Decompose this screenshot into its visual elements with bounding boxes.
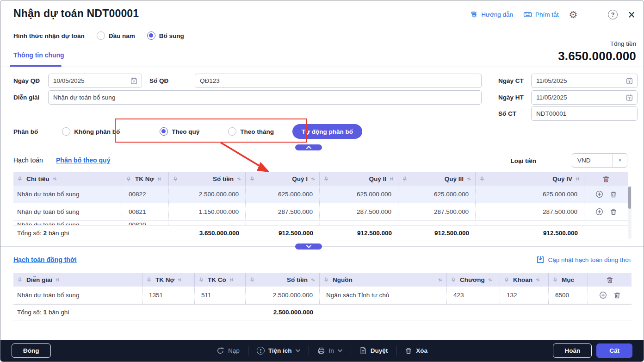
section-divider (0, 246, 644, 247)
pin-icon[interactable] (249, 176, 255, 182)
radio-khong-phan-bo[interactable]: Không phân bổ (62, 127, 120, 136)
sort-icon[interactable] (177, 277, 182, 282)
delete-row-icon[interactable] (613, 292, 621, 299)
col-header-dien-giai[interactable]: Diễn giải (13, 273, 142, 287)
sort-icon[interactable] (55, 277, 60, 282)
utilities-button[interactable]: ⋮ Tiện ích (257, 347, 300, 355)
title-bar: Nhận dự toán NDT00001 Hướng dẫn Phím tắt… (0, 0, 644, 27)
so-qd-input[interactable] (195, 74, 482, 88)
delete-all-icon[interactable] (602, 175, 610, 183)
collapse-down-pill[interactable] (295, 243, 322, 250)
pin-icon[interactable] (17, 176, 23, 182)
col-header-tk-no[interactable]: TK Nợ (142, 273, 195, 287)
simultaneous-accounting-link[interactable]: Hạch toán đồng thời (13, 256, 77, 263)
print-button[interactable]: In (317, 347, 342, 355)
pin-icon[interactable] (173, 176, 178, 182)
accounting-table-header: Chi tiêu TK Nợ Số tiền Quý I Quý II Quý … (13, 172, 628, 186)
add-row-icon[interactable] (595, 190, 603, 198)
radio-dau-nam[interactable]: Đầu năm (97, 31, 135, 40)
update-simultaneous-link[interactable]: Cập nhật hạch toán đồng thời (536, 256, 631, 264)
pin-icon[interactable] (126, 176, 131, 182)
bottom-toolbar: Đóng Nạp ⋮ Tiện ích In Duyệt (0, 340, 644, 362)
radio-theo-quy[interactable]: Theo quý (160, 127, 199, 136)
sort-icon[interactable] (157, 176, 162, 181)
reload-button[interactable]: Nạp (217, 347, 240, 355)
close-button[interactable]: Đóng (12, 343, 51, 358)
col-header-tk-no[interactable]: TK Nợ (122, 172, 169, 186)
sort-icon[interactable] (575, 176, 580, 181)
table-row[interactable]: Nhận dự toán bổ sung 1351 511 2.500.000.… (13, 287, 632, 304)
col-header-so-tien[interactable]: Số tiền (246, 273, 320, 287)
scrollbar-thumb[interactable] (628, 187, 631, 209)
ngay-ht-input[interactable] (531, 90, 638, 105)
help-icon[interactable]: ? (608, 10, 618, 19)
sort-icon[interactable] (438, 277, 443, 282)
delete-row-icon[interactable] (610, 191, 617, 198)
col-header-quy-2[interactable]: Quý II (320, 172, 398, 186)
sort-icon[interactable] (488, 277, 493, 282)
table-row[interactable]: Nhận dự toán bổ sung 00821 1.150.000.000… (13, 203, 628, 221)
pin-icon[interactable] (451, 277, 456, 283)
col-header-tk-co[interactable]: TK Có (195, 273, 246, 287)
col-header-chi-tieu[interactable]: Chi tiêu (13, 172, 122, 186)
so-ct-input[interactable] (531, 106, 638, 121)
col-header-delete-all[interactable] (588, 273, 632, 287)
sort-icon[interactable] (535, 277, 540, 282)
ngay-ct-input[interactable] (531, 74, 638, 88)
table-row-clipped[interactable]: Nhận dự toán bổ sung 00820 (13, 221, 628, 225)
pin-icon[interactable] (504, 277, 509, 283)
sort-icon[interactable] (310, 176, 316, 181)
delete-button[interactable]: Xóa (405, 347, 427, 355)
save-button[interactable]: Cất (596, 343, 632, 358)
col-header-chuong[interactable]: Chương (447, 273, 500, 287)
col-header-muc[interactable]: Mục (549, 273, 588, 287)
pin-icon[interactable] (198, 277, 204, 283)
chevron-down-icon (338, 349, 342, 352)
table-row[interactable]: Nhận dự toán bổ sung 00822 2.500.000.000… (13, 186, 628, 203)
col-header-quy-4[interactable]: Quý IV (476, 172, 584, 186)
postpone-button[interactable]: Hoãn (553, 343, 592, 358)
dien-giai-input[interactable] (48, 90, 482, 105)
sort-icon[interactable] (229, 277, 234, 282)
allocation-by-quarter-link[interactable]: Phân bổ theo quý (56, 156, 110, 164)
sort-icon[interactable] (52, 176, 57, 181)
ngay-qd-input[interactable] (48, 74, 142, 88)
currency-select[interactable]: VND ▼ (572, 153, 627, 168)
col-header-delete-all[interactable] (584, 172, 628, 186)
sort-icon[interactable] (466, 176, 471, 181)
pin-icon[interactable] (552, 277, 558, 283)
pin-icon[interactable] (323, 176, 329, 182)
pin-icon[interactable] (249, 277, 255, 283)
guide-link[interactable]: Hướng dẫn (470, 11, 513, 19)
sort-icon[interactable] (389, 176, 394, 181)
col-header-quy-3[interactable]: Quý III (398, 172, 476, 186)
ngay-qd-field (48, 74, 142, 88)
close-icon[interactable]: × (628, 10, 635, 19)
pin-icon[interactable] (17, 277, 23, 283)
auto-allocate-button[interactable]: Tự động phân bổ (292, 124, 362, 139)
shortcut-link[interactable]: Phím tắt (523, 11, 558, 19)
sort-icon[interactable] (236, 176, 242, 181)
pin-icon[interactable] (146, 277, 152, 283)
collapse-up-pill[interactable] (295, 144, 322, 150)
feedback-mail-icon[interactable] (588, 10, 598, 19)
radio-circle (97, 31, 105, 40)
pin-icon[interactable] (323, 277, 329, 283)
delete-row-icon[interactable] (610, 208, 617, 216)
pin-icon[interactable] (402, 176, 408, 182)
add-row-icon[interactable] (599, 291, 607, 299)
tab-thong-tin-chung[interactable]: Thông tin chung (13, 51, 64, 59)
add-row-icon[interactable] (595, 208, 603, 216)
delete-all-icon[interactable] (606, 276, 613, 284)
col-header-quy-1[interactable]: Quý I (246, 172, 320, 186)
radio-bo-sung[interactable]: Bổ sung (147, 31, 184, 40)
settings-gear-icon[interactable]: ⚙ (569, 10, 577, 19)
col-header-so-tien[interactable]: Số tiền (169, 172, 246, 186)
sort-icon[interactable] (310, 277, 316, 282)
col-header-khoan[interactable]: Khoản (500, 273, 549, 287)
radio-theo-thang[interactable]: Theo tháng (228, 127, 274, 136)
utilities-icon: ⋮ (257, 347, 265, 355)
pin-icon[interactable] (479, 176, 485, 182)
col-header-nguon[interactable]: Nguồn (320, 273, 447, 287)
approve-button[interactable]: Duyệt (359, 347, 388, 355)
